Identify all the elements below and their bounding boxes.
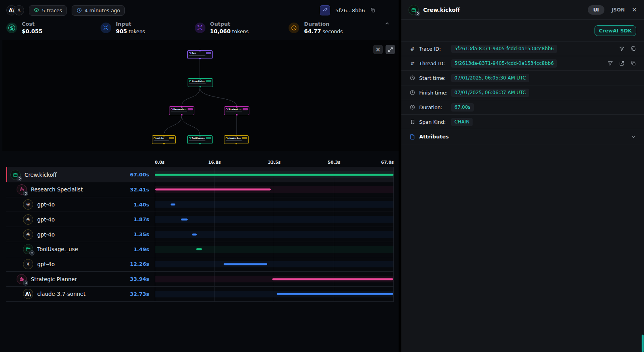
span-name: Research Specialist xyxy=(31,186,83,193)
node-icon xyxy=(189,80,191,82)
span-row-toolusage[interactable]: ToolUsage._use1.49s xyxy=(6,242,394,257)
field-start-time: Start time: 07/01/2025, 06:05:30 AM UTC xyxy=(401,70,644,85)
traces-count-badge[interactable]: 5 traces xyxy=(29,5,67,16)
trace-graph-canvas[interactable]: Run Crew.kickoff Research Specialist Str… xyxy=(2,40,399,151)
node-icon xyxy=(171,108,173,110)
graph-node-research-specialist[interactable]: Research Specialist xyxy=(169,106,194,115)
metric-duration: Duration 64.77 seconds xyxy=(289,21,383,35)
tab-ui[interactable]: UI xyxy=(588,5,604,15)
span-row-gpt4o-3[interactable]: ✳gpt-4o1.35s xyxy=(6,227,394,242)
axis-tick: 33.5s xyxy=(268,160,281,165)
graph-node-crew-kickoff[interactable]: Crew.kickoff xyxy=(188,78,213,87)
trace-age-badge: 4 minutes ago xyxy=(72,5,125,16)
span-name: claude-3.7-sonnet xyxy=(37,291,85,297)
node-icon xyxy=(226,137,228,139)
span-duration: 1.40s xyxy=(133,202,155,208)
node-subtext xyxy=(189,83,206,84)
node-label: gpt-4o xyxy=(156,137,164,139)
trend-icon xyxy=(322,8,328,13)
graph-node-gpt-4o[interactable]: gpt-4o xyxy=(152,135,176,144)
metric-label: Output xyxy=(210,21,249,28)
node-badge xyxy=(188,108,193,110)
span-bar[interactable] xyxy=(171,204,176,206)
copy-icon[interactable] xyxy=(370,8,376,13)
filter-icon[interactable] xyxy=(608,61,613,66)
copy-icon[interactable] xyxy=(631,61,636,66)
span-waterfall: 0.0s 16.8s 33.5s 50.3s 67.0s Crew.kickof… xyxy=(6,157,394,301)
copy-icon[interactable] xyxy=(631,46,636,51)
span-row-research-specialist[interactable]: Research Specialist32.41s xyxy=(6,182,394,197)
metric-input: ↘↙↗↖ Input 905 tokens xyxy=(101,21,195,35)
metric-value: 10,060 xyxy=(210,28,231,34)
chevron-down-icon[interactable] xyxy=(631,134,636,140)
expand-icon xyxy=(388,47,393,52)
field-trace-id: # Trace ID: 5f2613da-8371-9405-fcdd-0a15… xyxy=(401,41,644,56)
trace-main-area: A\ ✳ 5 traces 4 minutes ago 5f26...8bb6 xyxy=(0,0,399,352)
metric-value: 64.77 xyxy=(304,28,321,34)
span-bar[interactable] xyxy=(272,278,393,280)
span-bar[interactable] xyxy=(181,218,188,220)
agentops-badge-icon xyxy=(17,176,22,181)
field-value: CHAIN xyxy=(451,118,473,126)
node-label: Strategic Planner xyxy=(228,108,242,110)
crewai-icon xyxy=(10,170,21,180)
node-label: ToolUsage._use xyxy=(192,137,205,139)
crewai-icon xyxy=(408,5,419,15)
span-row-gpt4o-1[interactable]: ✳gpt-4o1.40s xyxy=(6,197,394,212)
crewai-icon xyxy=(23,244,33,254)
node-label: Crew.kickoff xyxy=(192,80,205,82)
clock-icon xyxy=(289,23,299,33)
graph-node-strategic-planner[interactable]: Strategic Planner xyxy=(224,106,249,115)
span-bar[interactable] xyxy=(196,248,201,250)
collapse-metrics-chevron-up-icon[interactable] xyxy=(384,21,390,26)
span-row-claude-sonnet[interactable]: A\claude-3.7-sonnet32.73s xyxy=(6,287,394,302)
external-link-icon[interactable] xyxy=(619,61,625,66)
span-duration: 32.41s xyxy=(130,187,155,193)
span-bar[interactable] xyxy=(277,293,393,295)
analytics-button[interactable] xyxy=(320,5,330,15)
span-bar[interactable] xyxy=(192,233,197,235)
metrics-summary-bar: $ Cost $0.055 ↘↙↗↖ Input 905 tokens ↖↗↙↘… xyxy=(0,18,399,40)
graph-node-toolusage[interactable]: ToolUsage._use xyxy=(187,135,213,144)
close-icon[interactable]: ✕ xyxy=(632,6,637,13)
span-duration: 1.35s xyxy=(133,231,155,237)
node-subtext xyxy=(226,112,242,112)
field-value: 5f2613da-8371-9405-fcdd-0a1534cc8bb6 xyxy=(451,59,557,68)
attributes-section-toggle[interactable]: Attributes xyxy=(401,129,644,144)
node-icon xyxy=(154,137,156,139)
field-duration: Duration: 67.00s xyxy=(401,100,644,114)
span-name: gpt-4o xyxy=(37,261,55,267)
anthropic-icon: A\ xyxy=(23,289,33,299)
field-label: Duration: xyxy=(419,104,448,110)
sdk-badge: CrewAI SDK xyxy=(595,25,636,36)
metric-output: ↖↗↙↘ Output 10,060 tokens xyxy=(195,21,289,35)
field-label: Finish time: xyxy=(419,90,448,96)
graph-node-run[interactable]: Run xyxy=(187,50,213,59)
span-row-gpt4o-2[interactable]: ✳gpt-4o1.87s xyxy=(6,212,394,227)
openai-icon: ✳ xyxy=(23,229,33,240)
filter-icon[interactable] xyxy=(619,46,625,51)
scrollbar-thumb[interactable] xyxy=(642,335,644,352)
node-badge xyxy=(169,137,174,139)
agentops-badge-icon xyxy=(29,250,34,255)
span-bar[interactable] xyxy=(155,174,393,176)
span-duration: 67.00s xyxy=(130,172,155,178)
span-row-strategic-planner[interactable]: Strategic Planner33.94s xyxy=(6,272,394,287)
span-row-gpt4o-4[interactable]: ✳gpt-4o12.26s xyxy=(6,257,394,272)
arrows-in-icon: ↘↙↗↖ xyxy=(101,23,111,33)
span-row-crew-kickoff[interactable]: Crew.kickoff67.00s xyxy=(6,167,394,182)
graph-close-button[interactable]: ✕ xyxy=(373,45,383,54)
span-bar[interactable] xyxy=(155,189,271,191)
clock-icon xyxy=(409,90,416,95)
hash-icon: # xyxy=(409,46,416,52)
metric-label: Cost xyxy=(22,21,42,28)
graph-node-claude-sonnet[interactable]: claude-3.7-sonnet xyxy=(224,135,249,144)
span-rows: Crew.kickoff67.00s Research Specialist32… xyxy=(6,167,394,301)
tab-json[interactable]: JSON xyxy=(612,7,625,13)
graph-fullscreen-button[interactable] xyxy=(386,45,395,54)
node-icon xyxy=(226,108,228,110)
span-bar[interactable] xyxy=(224,263,267,265)
node-subtext xyxy=(189,140,205,141)
arrows-out-icon: ↖↗↙↘ xyxy=(195,23,205,33)
axis-tick: 0.0s xyxy=(155,160,165,165)
